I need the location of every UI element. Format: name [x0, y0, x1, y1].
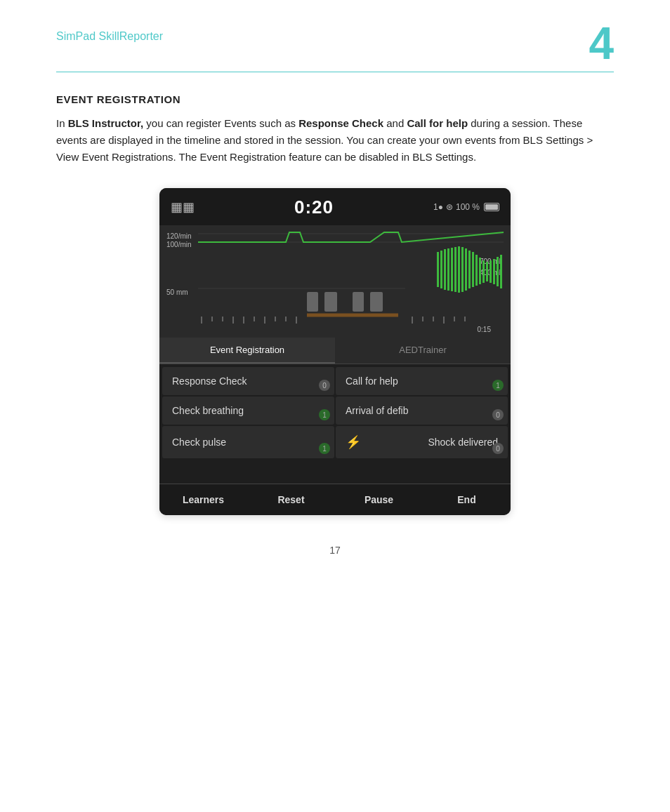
- device-screenshot: ▦▦ 0:20 1● ⊛ 100 % 120/min 100/min 50 mm…: [159, 188, 511, 516]
- svg-rect-5: [444, 249, 446, 290]
- svg-rect-3: [437, 252, 439, 287]
- event-badge-response-check: 0: [319, 380, 330, 391]
- battery-icon: [484, 203, 499, 211]
- svg-rect-25: [370, 292, 383, 312]
- svg-rect-12: [468, 251, 471, 288]
- svg-rect-10: [461, 247, 464, 292]
- tab-bar: Event Registration AEDTrainer: [159, 338, 511, 365]
- svg-rect-22: [307, 292, 318, 312]
- device-time: 0:20: [294, 194, 334, 221]
- footer-page-number: 17: [56, 543, 614, 558]
- bottom-nav: Learners Reset Pause End: [159, 484, 511, 515]
- event-btn-response-check[interactable]: Response Check 0: [162, 367, 334, 395]
- tab-event-registration[interactable]: Event Registration: [159, 338, 335, 364]
- svg-rect-20: [497, 257, 499, 286]
- svg-rect-8: [454, 247, 456, 292]
- bolt-icon: ⚡: [346, 434, 361, 450]
- event-badge-arrival-of-defib: 0: [492, 409, 504, 420]
- chart-area: 120/min 100/min 50 mm 700 ml 400 ml 0:15: [159, 225, 511, 338]
- event-btn-shock-delivered[interactable]: ⚡ Shock delivered 0: [336, 426, 508, 458]
- event-btn-arrival-of-defib[interactable]: Arrival of defib 0: [336, 397, 508, 425]
- svg-rect-19: [493, 259, 495, 284]
- bold-response-check: Response Check: [298, 117, 383, 129]
- event-label-response-check: Response Check: [172, 375, 247, 387]
- section-title: EVENT REGISTRATION: [56, 92, 614, 108]
- event-badge-check-pulse: 1: [319, 443, 330, 454]
- svg-rect-9: [458, 246, 460, 293]
- nav-btn-reset[interactable]: Reset: [247, 484, 335, 515]
- person-icon: 1●: [433, 201, 443, 213]
- event-btn-check-pulse[interactable]: Check pulse 1: [162, 426, 334, 458]
- event-label-arrival-of-defib: Arrival of defib: [346, 405, 408, 416]
- bold-call-for-help: Call for help: [407, 117, 468, 129]
- nav-btn-pause[interactable]: Pause: [335, 484, 423, 515]
- svg-rect-16: [482, 260, 485, 283]
- device-topbar: ▦▦ 0:20 1● ⊛ 100 %: [159, 188, 511, 225]
- device-status: 1● ⊛ 100 %: [433, 201, 499, 213]
- event-btn-check-breathing[interactable]: Check breathing 1: [162, 397, 334, 425]
- event-btn-call-for-help[interactable]: Call for help 1: [336, 367, 508, 395]
- device-icon: ▦▦: [171, 198, 195, 217]
- spacer: [159, 461, 511, 484]
- svg-rect-14: [475, 255, 478, 286]
- chart-svg: [159, 225, 511, 338]
- wifi-icon: ⊛: [446, 201, 453, 213]
- page: SimPad SkillReporter 4 EVENT REGISTRATIO…: [0, 0, 670, 812]
- body-text: In BLS Instructor, you can register Even…: [56, 115, 614, 166]
- page-header: SimPad SkillReporter 4: [56, 28, 614, 72]
- event-label-check-breathing: Check breathing: [172, 405, 244, 416]
- svg-rect-23: [324, 292, 337, 312]
- event-grid: Response Check 0 Call for help 1 Check b…: [159, 364, 511, 461]
- svg-rect-18: [490, 260, 492, 283]
- tab-aed-trainer[interactable]: AEDTrainer: [335, 338, 511, 364]
- event-label-check-pulse: Check pulse: [172, 437, 226, 448]
- svg-rect-15: [479, 258, 481, 284]
- bold-bls-instructor: BLS Instructor,: [68, 117, 144, 129]
- nav-btn-learners[interactable]: Learners: [159, 484, 247, 515]
- svg-rect-4: [440, 251, 442, 288]
- event-label-shock-delivered: Shock delivered: [428, 437, 498, 448]
- svg-rect-17: [486, 262, 488, 281]
- event-label-call-for-help: Call for help: [346, 375, 398, 387]
- svg-rect-6: [447, 248, 449, 291]
- svg-rect-13: [472, 252, 474, 287]
- event-badge-check-breathing: 1: [319, 409, 330, 420]
- battery-label: 100 %: [456, 201, 480, 213]
- page-number-header: 4: [589, 21, 614, 66]
- svg-rect-11: [465, 248, 467, 291]
- svg-rect-7: [451, 248, 453, 291]
- event-badge-call-for-help: 1: [492, 380, 504, 391]
- svg-rect-21: [500, 255, 502, 288]
- nav-btn-end[interactable]: End: [423, 484, 511, 515]
- svg-rect-24: [353, 292, 364, 312]
- app-title: SimPad SkillReporter: [56, 28, 163, 45]
- event-badge-shock-delivered: 0: [492, 443, 504, 454]
